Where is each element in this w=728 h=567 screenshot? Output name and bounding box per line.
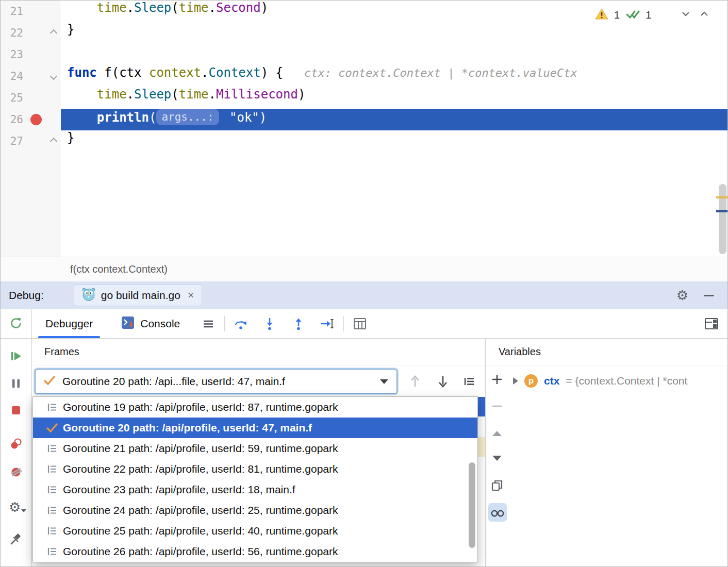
code-token: println [97,110,149,125]
mute-breakpoints-icon[interactable] [9,465,23,479]
view-breakpoints-icon[interactable] [9,437,23,451]
more-options-icon[interactable] [201,316,216,331]
show-watches-toggle[interactable] [488,503,507,522]
layout-settings-icon[interactable] [704,316,719,331]
add-watch-icon[interactable] [490,373,504,386]
code-line[interactable] [61,44,727,65]
parameter-badge: p [524,374,538,388]
code-token: ) [261,1,268,15]
code-line[interactable]: } [61,130,727,152]
settings-gear-icon[interactable]: ⚙ [676,289,688,302]
gutter-line[interactable]: 23 [1,44,60,65]
chevron-down-icon [380,379,388,384]
goroutine-item[interactable]: Goroutine 25 path: /api/profile, userId:… [33,521,477,541]
code-token: . [127,1,134,15]
inlay-hint-chip: args...: [156,109,219,125]
code-token: Second [216,1,261,15]
evaluate-table-icon[interactable] [352,316,368,331]
expand-chevron-icon[interactable] [513,377,518,385]
goroutine-item[interactable]: Goroutine 26 path: /api/profile, userId:… [33,541,477,562]
fold-marker-icon[interactable] [50,138,57,145]
debug-session-tab[interactable]: go build main.go × [74,285,202,306]
fold-marker-icon[interactable] [50,29,57,37]
goroutine-item[interactable]: Goroutine 19 path: /api/profile, userId:… [33,397,477,418]
goroutine-combobox-value: Goroutine 20 path: /api...file, userId: … [62,375,374,388]
warning-count: 1 [614,9,620,21]
goroutine-dropdown: Goroutine 19 path: /api/profile, userId:… [32,396,478,562]
step-out-icon[interactable] [291,316,306,331]
gopher-icon [81,287,96,304]
goroutine-item[interactable]: Goroutine 22 path: /api/profile, userId:… [33,459,477,479]
code-line[interactable]: } [61,22,727,44]
goroutine-combobox[interactable]: Goroutine 20 path: /api...file, userId: … [35,369,398,394]
step-into-icon[interactable] [262,316,277,331]
tab-console[interactable]: Console [113,309,187,338]
pause-icon[interactable] [9,376,23,391]
goroutine-item[interactable]: Goroutine 24 path: /api/profile, userId:… [33,500,477,521]
code-token: context [149,65,201,80]
code-line[interactable]: println(args...: "ok") [61,109,727,130]
hide-frames-icon[interactable] [461,373,477,390]
line-number: 24 [1,70,23,82]
tab-debugger[interactable]: Debugger [38,309,100,338]
code-line[interactable]: time.Sleep(time.Millisecond) [61,87,727,109]
next-frame-icon[interactable] [435,373,451,390]
code-token: ) [298,87,305,102]
goroutine-item[interactable]: Goroutine 23 path: /api/profile, userId:… [33,479,477,500]
chevron-up-icon[interactable] [698,7,711,23]
debugger-settings-icon[interactable]: ⚙ [9,499,23,514]
inspections-widget[interactable]: 1 1 [594,7,711,23]
current-frame-check-icon [44,421,60,435]
code-token: time [179,1,209,15]
frames-panel-header: Frames [32,339,485,365]
code-token: . [209,1,216,15]
stop-icon[interactable] [9,403,23,418]
code-token: func [67,65,104,80]
variable-row-ctx[interactable]: p ctx = {context.Context | *cont [513,370,687,392]
breakpoint-icon[interactable] [30,114,42,125]
frames-stack-icon [44,401,60,414]
run-to-cursor-icon[interactable] [320,316,335,331]
fold-marker-icon[interactable] [50,73,57,80]
gutter-line[interactable]: 26 [1,109,60,130]
editor-scrollbar[interactable] [719,184,726,254]
debug-session-tab-label: go build main.go [101,289,180,302]
gutter-line[interactable]: 22 [1,22,60,44]
close-icon[interactable]: × [188,289,194,302]
dropdown-scrollbar[interactable] [469,462,475,548]
line-number: 25 [1,92,23,104]
duplicate-watch-icon[interactable] [490,479,504,492]
minimize-icon[interactable] [704,295,714,296]
frames-stack-icon [44,504,60,517]
execution-stripe-mark[interactable] [716,210,727,212]
breadcrumb-item[interactable]: f(ctx context.Context) [70,263,168,275]
code-token [67,87,97,102]
warning-stripe-mark[interactable] [716,196,727,198]
resume-icon[interactable] [9,349,23,363]
step-over-icon[interactable] [233,316,249,331]
code-token: ( [171,87,178,102]
move-up-icon[interactable] [490,427,504,440]
remove-watch-icon[interactable] [490,399,504,413]
rerun-icon[interactable] [9,316,23,330]
code-line[interactable]: func f(ctx context.Context) { ctx: conte… [61,65,727,87]
goroutine-label: Goroutine 25 path: /api/profile, userId:… [63,525,338,537]
frames-stack-icon [44,462,60,476]
passed-count: 1 [646,9,651,21]
move-down-icon[interactable] [490,452,504,465]
chevron-down-icon[interactable] [679,7,692,23]
code-token: Millisecond [216,87,298,102]
gutter-line[interactable]: 24 [1,65,60,87]
breadcrumb[interactable]: f(ctx context.Context) [1,257,727,281]
pin-icon[interactable] [9,532,23,546]
editor-gutter[interactable]: 21222324252627 [1,1,60,257]
editor-code[interactable]: time.Sleep(time.Second)}func f(ctx conte… [61,1,727,257]
previous-frame-icon[interactable] [407,373,423,390]
gutter-line[interactable]: 21 [1,1,60,22]
gutter-line[interactable]: 25 [1,87,60,109]
goroutine-label: Goroutine 23 path: /api/profile, userId:… [63,483,295,496]
gutter-line[interactable]: 27 [1,130,60,152]
goroutine-item[interactable]: Goroutine 21 path: /api/profile, userId:… [33,438,477,459]
code-token: time [97,1,127,15]
goroutine-item[interactable]: Goroutine 20 path: /api/profile, userId:… [33,418,477,438]
